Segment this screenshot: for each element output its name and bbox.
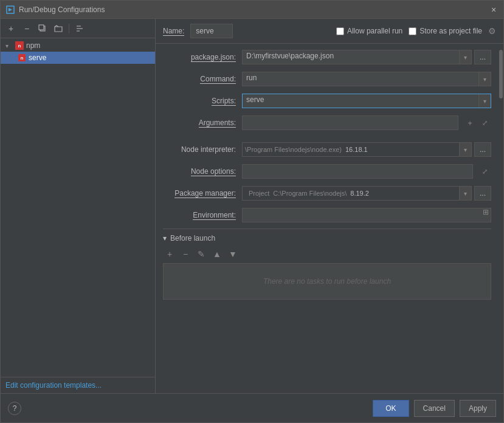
dialog: Run/Debug Configurations × + − [0, 0, 504, 423]
node-interpreter-input-group: \Program Files\nodejs\node.exe) 16.18.1 … [242, 142, 472, 157]
main-content: + − [1, 19, 503, 393]
package-json-row: package.json: D:\myfirstvue\package.json… [163, 49, 491, 66]
pm-prefix: Project [245, 190, 269, 197]
node-options-row: Node options: ⤢ [163, 163, 491, 180]
before-launch-label: Before launch [170, 234, 215, 242]
svg-rect-3 [39, 25, 44, 30]
before-launch-toolbar: + − ✎ ▲ ▼ [163, 245, 491, 263]
sort-icon [76, 24, 83, 33]
node-options-input[interactable] [242, 164, 473, 179]
node-options-control: ⤢ [242, 164, 491, 179]
copy-config-button[interactable] [36, 22, 49, 35]
config-header: Name: Allow parallel run Store as projec… [156, 19, 503, 44]
command-row: Command: run ▾ [163, 70, 491, 88]
environment-row: Environment: ⊞ [163, 207, 491, 224]
node-interpreter-browse-btn[interactable]: ... [474, 142, 491, 157]
package-json-value: D:\myfirstvue\package.json [243, 50, 459, 64]
command-dropdown-btn[interactable]: ▾ [478, 72, 491, 86]
npm-group-header[interactable]: ▾ n npm [1, 40, 155, 52]
bottom-bar: ? OK Cancel Apply [1, 393, 503, 422]
package-manager-browse-btn[interactable]: ... [474, 186, 491, 201]
close-button[interactable]: × [489, 5, 499, 15]
expand-icon: ▾ [5, 43, 13, 49]
gear-icon[interactable]: ⚙ [488, 26, 496, 36]
node-interpreter-row: Node interpreter: \Program Files\nodejs\… [163, 141, 491, 158]
remove-config-button[interactable]: − [20, 22, 33, 35]
tree-toolbar: + − [1, 19, 155, 38]
bl-edit-btn[interactable]: ✎ [195, 247, 208, 261]
title-bar-icon [5, 5, 15, 15]
name-input[interactable] [190, 24, 233, 38]
package-json-browse-btn[interactable]: ... [474, 50, 491, 64]
form-area: package.json: D:\myfirstvue\package.json… [156, 44, 499, 393]
scripts-value: serve [243, 94, 478, 108]
move-to-folder-button[interactable] [52, 22, 65, 35]
help-button[interactable]: ? [8, 402, 21, 415]
arguments-expand-btn[interactable]: ⤢ [478, 116, 491, 129]
arguments-actions: + ⤢ [463, 116, 491, 129]
bl-remove-btn[interactable]: − [179, 247, 192, 261]
package-manager-dropdown-btn[interactable]: ▾ [459, 187, 471, 200]
package-manager-label: Package manager: [163, 189, 242, 198]
scrollbar-thumb[interactable] [499, 50, 503, 98]
folder-icon [54, 25, 63, 32]
pm-path: C:\Program Files\nodejs\ [273, 190, 347, 197]
pm-version: 8.19.2 [350, 190, 369, 197]
bl-add-btn[interactable]: + [163, 247, 176, 261]
environment-table-icon[interactable]: ⊞ [483, 208, 489, 216]
before-launch-list: There are no tasks to run before launch [163, 263, 491, 300]
bl-move-up-btn[interactable]: ▲ [210, 247, 224, 261]
before-launch-header[interactable]: ▾ Before launch [163, 229, 491, 245]
right-panel: Name: Allow parallel run Store as projec… [156, 19, 503, 393]
node-options-label: Node options: [163, 167, 242, 176]
command-label: Command: [163, 75, 242, 83]
serve-config-item[interactable]: n serve [1, 52, 155, 64]
store-as-project-checkbox[interactable] [409, 27, 416, 35]
scripts-dropdown-btn[interactable]: ▾ [478, 94, 491, 108]
allow-parallel-label[interactable]: Allow parallel run [336, 27, 402, 35]
arguments-input[interactable] [242, 115, 458, 130]
title-bar: Run/Debug Configurations × [1, 1, 503, 19]
node-options-expand-btn[interactable]: ⤢ [478, 165, 491, 178]
package-json-dropdown-btn[interactable]: ▾ [459, 50, 471, 64]
serve-config-icon: n [18, 53, 26, 62]
node-interpreter-control: \Program Files\nodejs\node.exe) 16.18.1 … [242, 142, 491, 157]
package-json-control: D:\myfirstvue\package.json ▾ ... [242, 50, 491, 64]
command-control: run ▾ [242, 72, 491, 86]
arguments-control: + ⤢ [242, 115, 491, 130]
arguments-add-btn[interactable]: + [463, 116, 477, 129]
bl-move-down-btn[interactable]: ▼ [226, 247, 240, 261]
add-config-button[interactable]: + [4, 22, 18, 35]
sort-button[interactable] [73, 22, 86, 35]
node-options-actions: ⤢ [478, 165, 491, 178]
scripts-row: Scripts: serve ▾ [163, 92, 491, 109]
action-buttons: OK Cancel Apply [373, 400, 496, 417]
name-field-label: Name: [163, 27, 184, 35]
arguments-row: Arguments: + ⤢ [163, 114, 491, 131]
before-launch-collapse-icon: ▾ [163, 234, 167, 242]
left-panel: + − [1, 19, 156, 393]
store-as-project-label[interactable]: Store as project file [409, 27, 482, 35]
config-tree: ▾ n npm n serve [1, 38, 155, 377]
node-version: 16.18.1 [345, 146, 368, 153]
ok-button[interactable]: OK [373, 400, 409, 417]
npm-group-label: npm [26, 41, 40, 50]
serve-config-label: serve [29, 53, 46, 62]
scripts-control: serve ▾ [242, 94, 491, 108]
scrollbar[interactable] [499, 44, 503, 393]
copy-icon [38, 24, 47, 33]
package-manager-control: Project C:\Program Files\nodejs\ 8.19.2 … [242, 186, 491, 201]
node-interpreter-label: Node interpreter: [163, 145, 242, 154]
node-interpreter-dropdown-btn[interactable]: ▾ [459, 143, 471, 156]
environment-input-container: ⊞ [242, 208, 491, 222]
environment-control: ⊞ [242, 208, 491, 222]
no-tasks-text: There are no tasks to run before launch [263, 277, 391, 286]
cancel-button[interactable]: Cancel [414, 400, 455, 417]
environment-input[interactable] [242, 208, 491, 222]
package-manager-text: Project C:\Program Files\nodejs\ 8.19.2 [243, 187, 459, 200]
scripts-input-group: serve ▾ [242, 94, 491, 108]
edit-templates-link[interactable]: Edit configuration templates... [5, 381, 102, 390]
allow-parallel-checkbox[interactable] [336, 27, 344, 35]
apply-button[interactable]: Apply [460, 400, 496, 417]
left-bottom: Edit configuration templates... [1, 377, 155, 393]
